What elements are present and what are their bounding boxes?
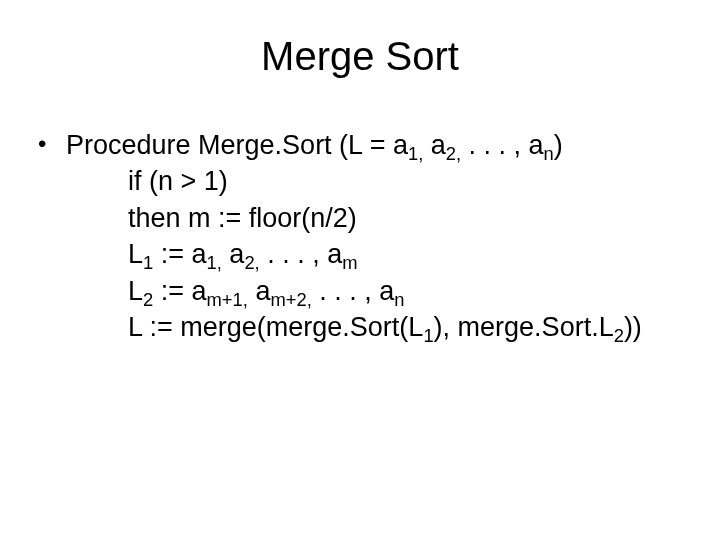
text: ) <box>554 130 563 160</box>
text: L := merge(merge.Sort(L <box>128 312 423 342</box>
slide: Merge Sort • Procedure Merge.Sort (L = a… <box>0 0 720 540</box>
code-line-then: then m := floor(n/2) <box>128 200 682 236</box>
code-line-if: if (n > 1) <box>128 163 682 199</box>
subscript: 2, <box>244 253 259 274</box>
subscript: m+2, <box>270 289 311 310</box>
subscript: m+1, <box>207 289 248 310</box>
subscript: 1 <box>423 326 433 347</box>
subscript: 1, <box>207 253 222 274</box>
text: . . . , a <box>260 239 343 269</box>
subscript: 2 <box>143 289 153 310</box>
subscript: 2 <box>614 326 624 347</box>
text: a <box>222 239 245 269</box>
text: L <box>128 239 143 269</box>
code-line-l2: L2 := am+1, am+2, . . . , an <box>128 273 682 309</box>
text: L <box>128 276 143 306</box>
text: Procedure Merge.Sort (L = a <box>66 130 408 160</box>
code-line-l1: L1 := a1, a2, . . . , am <box>128 236 682 272</box>
procedure-signature: Procedure Merge.Sort (L = a1, a2, . . . … <box>66 127 682 163</box>
slide-title: Merge Sort <box>38 34 682 79</box>
code-line-merge: L := merge(merge.Sort(L1), merge.Sort.L2… <box>128 309 682 345</box>
text: := a <box>153 276 206 306</box>
bullet-item: • Procedure Merge.Sort (L = a1, a2, . . … <box>38 127 682 163</box>
slide-body: • Procedure Merge.Sort (L = a1, a2, . . … <box>38 127 682 346</box>
text: a <box>248 276 271 306</box>
text: a <box>423 130 446 160</box>
subscript: m <box>342 253 357 274</box>
text: := a <box>153 239 206 269</box>
text: . . . , a <box>312 276 395 306</box>
subscript: n <box>394 289 404 310</box>
subscript: n <box>544 143 554 164</box>
subscript: 1 <box>143 253 153 274</box>
subscript: 1, <box>408 143 423 164</box>
subscript: 2, <box>446 143 461 164</box>
bullet-marker: • <box>38 127 66 162</box>
text: )) <box>624 312 642 342</box>
text: . . . , a <box>461 130 544 160</box>
text: ), merge.Sort.L <box>434 312 614 342</box>
